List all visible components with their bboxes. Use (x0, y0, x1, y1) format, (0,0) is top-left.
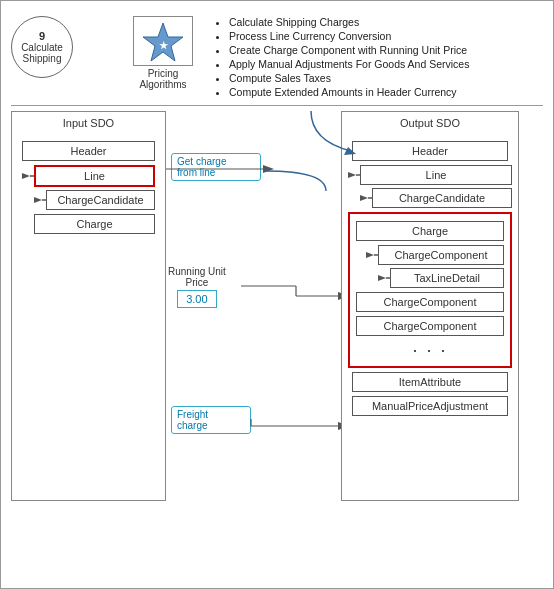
input-chargecandidate-item: ChargeCandidate (46, 190, 155, 210)
step-line1: Calculate (21, 42, 63, 53)
bullet-list: Calculate Shipping ChargesProcess Line C… (213, 16, 543, 100)
pricing-label: PricingAlgorithms (139, 68, 186, 90)
output-line-item: Line (360, 165, 512, 185)
bullet-item: Calculate Shipping Charges (229, 16, 543, 28)
output-red-group: Charge ChargeComponent TaxLineDetail Cha… (348, 212, 512, 368)
top-section: 9 Calculate Shipping ★ PricingAlgorithms… (1, 1, 553, 105)
step-number: 9 (39, 30, 45, 42)
output-sdo-title: Output SDO (342, 112, 518, 137)
svg-marker-17 (360, 195, 368, 201)
input-sdo-panel: Input SDO Header Line ChargeCandidate Ch… (11, 111, 166, 501)
bullet-item: Apply Manual Adjustments For Goods And S… (229, 58, 543, 70)
output-sdo-panel: Output SDO Header Line ChargeCandidate C… (341, 111, 519, 501)
output-chargecandidate-item: ChargeCandidate (372, 188, 512, 208)
bullet-item: Compute Extended Amounts in Header Curre… (229, 86, 543, 98)
output-header-item: Header (352, 141, 508, 161)
divider (11, 105, 543, 106)
output-itemattribute-item: ItemAttribute (352, 372, 508, 392)
output-chargecomponent3-item: ChargeComponent (356, 316, 504, 336)
input-sdo-title: Input SDO (12, 112, 165, 137)
step-line2: Shipping (23, 53, 62, 64)
input-header-item: Header (22, 141, 155, 161)
bullet-item: Process Line Currency Conversion (229, 30, 543, 42)
middle-svg (166, 111, 341, 501)
middle-area: Get chargefrom line Running UnitPrice 3.… (166, 111, 341, 541)
pricing-logo: ★ (133, 16, 193, 66)
input-charge-item: Charge (34, 214, 155, 234)
content-area: Input SDO Header Line ChargeCandidate Ch… (1, 111, 553, 541)
svg-marker-4 (34, 197, 42, 203)
svg-marker-21 (378, 275, 386, 281)
output-taxlinedetail-item: TaxLineDetail (390, 268, 504, 288)
bullet-item: Compute Sales Taxes (229, 72, 543, 84)
output-dots: · · · (350, 340, 510, 361)
svg-marker-15 (348, 172, 356, 178)
svg-text:★: ★ (159, 40, 169, 51)
output-charge-item: Charge (356, 221, 504, 241)
output-chargecomponent1-item: ChargeComponent (378, 245, 504, 265)
step-bubble: 9 Calculate Shipping (11, 16, 73, 78)
bullet-item: Create Charge Component with Running Uni… (229, 44, 543, 56)
main-container: 9 Calculate Shipping ★ PricingAlgorithms… (0, 0, 554, 589)
pricing-algo-box: ★ PricingAlgorithms (133, 16, 193, 90)
output-chargecomponent2-item: ChargeComponent (356, 292, 504, 312)
output-manualprice-item: ManualPriceAdjustment (352, 396, 508, 416)
svg-marker-19 (366, 252, 374, 258)
svg-marker-2 (22, 173, 30, 179)
input-line-item: Line (34, 165, 155, 187)
